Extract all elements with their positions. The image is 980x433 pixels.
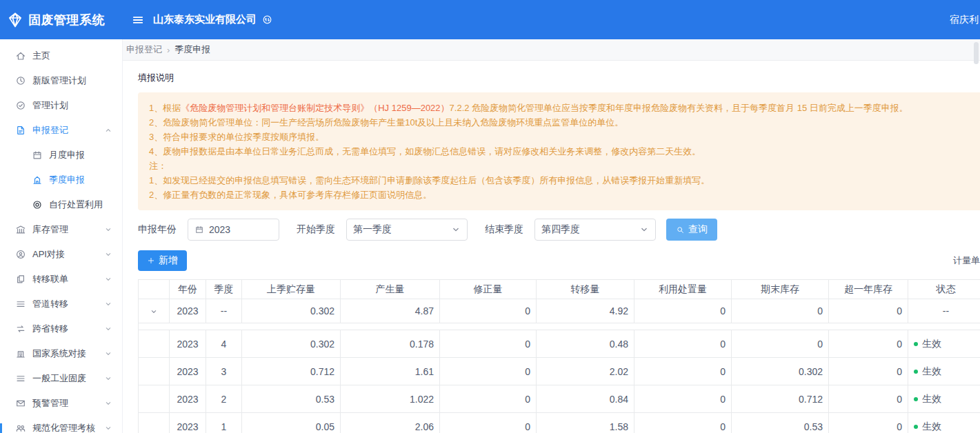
sidebar-subitem[interactable]: 月度申报: [0, 143, 122, 168]
sidebar-item[interactable]: 预警管理: [0, 391, 122, 416]
status-dot: [914, 397, 918, 401]
status-text: 生效: [922, 338, 941, 349]
table-cell: 0.302: [242, 330, 341, 358]
year-input[interactable]: 2023: [188, 219, 279, 241]
sidebar-item[interactable]: 一般工业固废: [0, 366, 122, 391]
table-row: 202340.3020.17800.48000生效: [139, 330, 980, 358]
status-dot: [914, 370, 918, 374]
table-cell: 0: [634, 385, 732, 413]
table-cell: 2023: [170, 413, 206, 433]
column-header[interactable]: 上季贮存量: [242, 280, 341, 299]
sidebar-item[interactable]: 新版管理计划: [0, 68, 122, 93]
sidebar-item-label: 新版管理计划: [32, 74, 86, 87]
column-header[interactable]: 年份: [170, 280, 206, 299]
table-cell: 0: [634, 299, 732, 323]
sidebar-item[interactable]: 管理计划: [0, 93, 122, 118]
filter-bar: 申报年份 2023 开始季度 第一季度 结束季度 第四季度: [138, 219, 980, 241]
chevron-up-icon: [104, 126, 112, 134]
table-cell: 生效: [908, 413, 980, 433]
table-cell: 0.302: [242, 299, 341, 323]
chevron-down-icon: [104, 350, 112, 358]
table-cell: 0: [634, 358, 732, 385]
start-quarter-select[interactable]: 第一季度: [346, 219, 468, 241]
table-cell: 2.02: [537, 358, 634, 385]
sidebar-scrollbar[interactable]: [0, 423, 2, 433]
home-icon: [15, 50, 26, 61]
collapse-row-icon[interactable]: [150, 308, 158, 316]
switch-company-icon[interactable]: [261, 14, 273, 26]
sidebar-item-label: 预警管理: [32, 397, 68, 410]
table-cell: 0.302: [732, 358, 829, 385]
search-button[interactable]: 查询: [666, 219, 717, 241]
username[interactable]: 宿庆利: [950, 14, 980, 26]
table-cell: 0.53: [732, 413, 829, 433]
sidebar-item[interactable]: 国家系统对接: [0, 341, 122, 366]
chevron-down-icon: [104, 325, 112, 333]
column-header[interactable]: 修正量: [440, 280, 537, 299]
column-header[interactable]: 季度: [206, 280, 242, 299]
status-text: 生效: [922, 393, 941, 404]
lines-icon: [15, 373, 26, 384]
column-header[interactable]: 产生量: [341, 280, 440, 299]
table-cell: 0.712: [732, 385, 829, 413]
table-cell: 0: [732, 330, 829, 358]
table-cell: 4.87: [341, 299, 440, 323]
scrollbar-thumb[interactable]: [974, 42, 979, 64]
sidebar-menu: 主页新版管理计划管理计划申报登记月度申报季度申报自行处置利用库存管理API对接转…: [0, 43, 122, 433]
sidebar-item-label: 月度申报: [49, 149, 85, 161]
column-header[interactable]: 期末库存: [732, 280, 829, 299]
column-header-expand: [139, 280, 170, 299]
chevron-down-icon: [451, 225, 461, 234]
transfer-icon: [15, 274, 26, 285]
app-title: 固废管理系统: [28, 12, 105, 28]
breadcrumb-separator-icon: ›: [167, 45, 170, 55]
sidebar-item-label: 自行处置利用: [49, 199, 103, 211]
hamburger-menu-icon[interactable]: [132, 14, 144, 26]
add-button[interactable]: 新增: [138, 250, 187, 271]
sidebar-subitem[interactable]: 自行处置利用: [0, 192, 122, 217]
main-area: 申报登记 › 季度申报 填报说明 1、根据《危险废物管理计划和管理台账制定技术导…: [123, 39, 980, 433]
chevron-down-icon: [104, 250, 112, 259]
table-cell: 0.712: [242, 358, 341, 385]
notice-line: 注：: [149, 159, 980, 173]
sidebar-item[interactable]: 转移联单: [0, 267, 122, 292]
table-row: 202310.052.0601.5800.530生效: [139, 413, 980, 433]
column-header[interactable]: 状态: [908, 280, 980, 299]
sidebar-item[interactable]: 管道转移: [0, 292, 122, 316]
national-icon: [15, 348, 26, 359]
breadcrumb-item[interactable]: 申报登记: [126, 43, 162, 56]
table-cell: 0: [829, 330, 908, 358]
column-header[interactable]: 转移量: [537, 280, 634, 299]
sidebar-item[interactable]: 申报登记: [0, 118, 122, 143]
sidebar-item[interactable]: 主页: [0, 43, 122, 68]
chevron-down-icon: [104, 424, 112, 432]
table-row: 202320.531.02200.8400.7120生效: [139, 385, 980, 413]
end-quarter-select[interactable]: 第四季度: [534, 219, 656, 241]
sidebar-item[interactable]: 跨省转移: [0, 316, 122, 341]
search-button-label: 查询: [688, 223, 708, 236]
sidebar-item-label: 季度申报: [49, 174, 85, 186]
company-name: 山东泰东实业有限公司: [153, 13, 257, 26]
sidebar-item-label: 申报登记: [32, 124, 68, 137]
sidebar-item[interactable]: 规范化管理考核: [0, 416, 122, 433]
top-header: 固废管理系统 山东泰东实业有限公司 宿庆利: [0, 0, 980, 39]
table-cell: 2023: [170, 358, 206, 385]
column-header[interactable]: 利用处置量: [634, 280, 732, 299]
sidebar-item-label: 主页: [32, 50, 50, 62]
chevron-down-icon: [104, 374, 112, 383]
sidebar-item[interactable]: API对接: [0, 242, 122, 267]
table-cell: 0: [440, 413, 537, 433]
sidebar-item-label: 转移联单: [32, 273, 68, 285]
column-header[interactable]: 超一年库存: [829, 280, 908, 299]
table-cell: 0: [829, 413, 908, 433]
table-cell: 2023: [170, 330, 206, 358]
page-body: 主页新版管理计划管理计划申报登记月度申报季度申报自行处置利用库存管理API对接转…: [0, 39, 980, 433]
table-cell: 2023: [170, 385, 206, 413]
start-quarter-label: 开始季度: [297, 223, 335, 236]
sidebar-item-label: API对接: [32, 248, 65, 261]
sidebar-item[interactable]: 库存管理: [0, 217, 122, 242]
app-logo-icon: [7, 12, 23, 28]
search-icon: [676, 225, 685, 234]
mail-icon: [15, 398, 26, 409]
sidebar-subitem[interactable]: 季度申报: [0, 168, 122, 192]
